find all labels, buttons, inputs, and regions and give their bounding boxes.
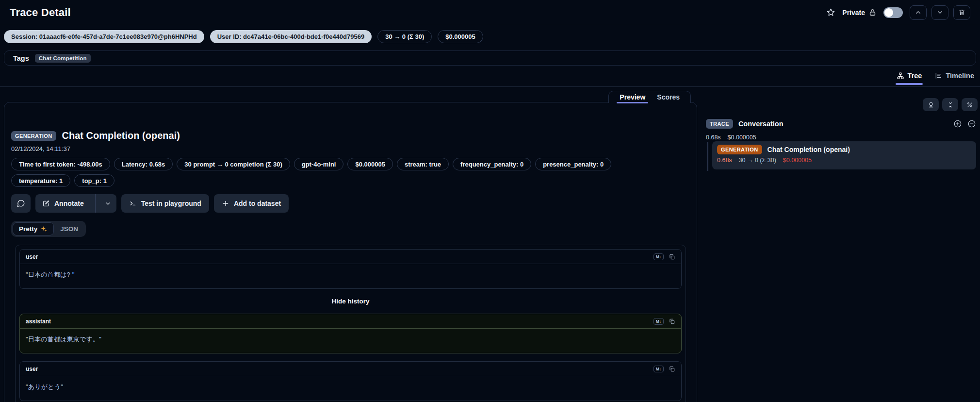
award-icon — [928, 101, 934, 108]
privacy-text: Private — [842, 9, 865, 17]
trace-root-row[interactable]: TRACE Conversation — [706, 119, 976, 129]
trace-type-badge: TRACE — [706, 119, 733, 129]
generation-tree-node[interactable]: GENERATION Chat Completion (openai) 0.68… — [712, 141, 976, 169]
previous-trace-button[interactable] — [910, 5, 927, 20]
page-divider — [0, 86, 980, 87]
generation-type-badge: GENERATION — [717, 145, 762, 154]
copy-icon[interactable] — [669, 366, 675, 372]
message-assistant: assistant M↓ "日本の首都は東京です。" — [19, 314, 682, 353]
markdown-toggle-icon[interactable]: M↓ — [653, 253, 664, 260]
edit-icon — [42, 200, 50, 207]
trace-cost: $0.000005 — [728, 134, 756, 141]
parameter-badge: 30 prompt → 0 completion (Σ 30) — [177, 158, 290, 170]
collapse-node-button[interactable] — [967, 119, 976, 128]
annotate-button[interactable]: Annotate — [35, 194, 91, 213]
message-tools: M↓ — [653, 366, 675, 372]
message-header: user M↓ — [20, 362, 681, 376]
observation-timestamp: 02/12/2024, 14:11:37 — [11, 145, 690, 152]
message-user-1: user M↓ "日本の首都は? " — [19, 249, 682, 289]
tree-toolbar — [923, 98, 978, 111]
markdown-toggle-icon[interactable]: M↓ — [653, 318, 664, 325]
percent-icon — [966, 101, 973, 108]
add-to-dataset-button[interactable]: Add to dataset — [214, 194, 289, 213]
minus-circle-icon — [967, 119, 976, 128]
view-tabs: Tree Timeline — [897, 72, 974, 84]
copy-icon[interactable] — [669, 318, 675, 325]
tree-icon — [897, 72, 904, 80]
observation-header: GENERATION Chat Completion (openai) — [11, 130, 690, 141]
panel-tabs: Preview Scores — [608, 91, 691, 103]
top-bar-actions: Private — [826, 5, 970, 20]
parameter-badge: Time to first token: -498.00s — [11, 158, 110, 170]
chevron-down-icon — [105, 201, 111, 207]
test-in-playground-button[interactable]: Test in playground — [121, 194, 209, 213]
tab-preview[interactable]: Preview — [615, 91, 650, 103]
tags-container[interactable]: Tags Chat Competition — [4, 50, 976, 66]
toggle-scores-button[interactable] — [923, 98, 939, 111]
message-role: assistant — [26, 318, 51, 325]
timeline-icon — [934, 72, 942, 80]
cost-badge: $0.000005 — [438, 30, 483, 43]
tree-guide-line — [707, 142, 708, 171]
parameter-badge: temperature: 1 — [11, 174, 70, 187]
tab-scores[interactable]: Scores — [652, 91, 685, 103]
plus-icon — [222, 200, 229, 207]
next-trace-button[interactable] — [931, 5, 948, 20]
expand-all-button[interactable] — [953, 119, 962, 128]
trace-latency: 0.68s — [706, 134, 721, 141]
toggle-metrics-button[interactable] — [962, 98, 978, 111]
message-role: user — [26, 253, 38, 260]
json-toggle[interactable]: JSON — [54, 222, 84, 235]
terminal-icon — [129, 200, 137, 207]
public-toggle[interactable] — [883, 7, 903, 18]
user-id-badge[interactable]: User ID: dc47a41e-06bc-400d-bde1-f0e440d… — [210, 30, 372, 43]
annotate-split-button: Annotate — [35, 194, 116, 213]
split-divider — [95, 194, 96, 213]
parameter-badge: frequency_penalty: 0 — [453, 158, 531, 170]
trash-icon — [958, 9, 965, 16]
trace-title: Conversation — [738, 120, 784, 128]
node-title: Chat Completion (openai) — [768, 146, 850, 153]
tab-tree-label: Tree — [908, 72, 922, 80]
message-content: "ありがとう" — [20, 376, 681, 401]
nav-buttons — [910, 5, 970, 20]
token-usage-badge: 30 → 0 (Σ 30) — [377, 30, 432, 43]
markdown-toggle-icon[interactable]: M↓ — [653, 366, 664, 372]
delete-trace-button[interactable] — [953, 5, 970, 20]
sparkles-icon — [40, 225, 48, 233]
collapse-all-button[interactable] — [942, 98, 958, 111]
star-icon[interactable] — [826, 8, 835, 17]
page-title: Trace Detail — [10, 6, 71, 19]
panel-content: GENERATION Chat Completion (openai) 02/1… — [4, 102, 697, 402]
message-user-2: user M↓ "ありがとう" — [19, 361, 682, 401]
parameter-badge: presence_penalty: 0 — [535, 158, 611, 170]
copy-icon[interactable] — [669, 253, 675, 260]
node-cost: $0.000005 — [783, 157, 812, 164]
toggle-knob — [884, 8, 893, 17]
active-tab-underline — [896, 83, 923, 85]
message-tools: M↓ — [653, 318, 675, 325]
node-tokens: 30 → 0 (Σ 30) — [739, 157, 776, 164]
tags-label: Tags — [13, 54, 29, 62]
parameter-badge: $0.000005 — [347, 158, 392, 170]
tag-chip[interactable]: Chat Competition — [35, 54, 91, 63]
message-header: assistant M↓ — [20, 314, 681, 329]
pretty-toggle[interactable]: Pretty — [13, 222, 54, 235]
annotate-dropdown-button[interactable] — [100, 194, 116, 213]
chevron-up-icon — [915, 9, 922, 16]
message-content: "日本の首都は東京です。" — [20, 329, 681, 353]
session-badge[interactable]: Session: 01aaacf6-e0fe-457d-a7de-7c1ee08… — [4, 30, 204, 43]
add-to-dataset-label: Add to dataset — [234, 200, 281, 207]
chevron-down-icon — [936, 9, 944, 16]
playground-label: Test in playground — [141, 200, 201, 207]
hide-history-button[interactable]: Hide history — [331, 297, 369, 306]
tab-tree[interactable]: Tree — [897, 72, 922, 84]
parameter-badge: gpt-4o-mini — [294, 158, 344, 170]
node-metrics: 0.68s 30 → 0 (Σ 30) $0.000005 — [717, 157, 971, 164]
tab-timeline[interactable]: Timeline — [934, 72, 974, 84]
message-role: user — [26, 366, 38, 372]
comment-button[interactable] — [11, 194, 31, 213]
parameter-badge: stream: true — [397, 158, 449, 170]
parameter-badge: Latency: 0.68s — [114, 158, 173, 170]
annotate-label: Annotate — [54, 200, 84, 207]
